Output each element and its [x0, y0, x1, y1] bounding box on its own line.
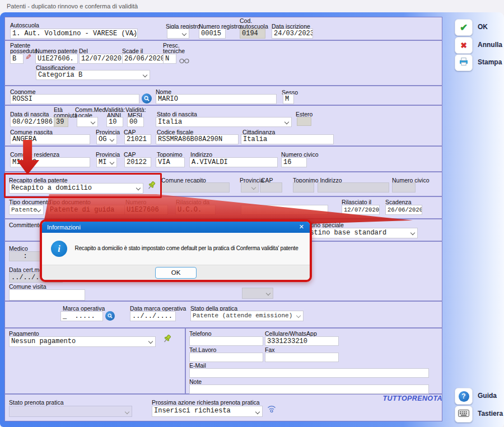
edit-pencil-icon[interactable]: ✎: [24, 54, 32, 60]
cognome-field[interactable]: ROSSI: [10, 94, 139, 104]
search-icon[interactable]: [105, 311, 115, 321]
estero-field: [297, 117, 311, 126]
chevron-down-icon: [251, 185, 256, 190]
window-titlebar: Patenti - duplicato rinnovo e conferma d…: [0, 0, 504, 12]
info-dialog: Informazioni ✕ i Recapito a domicilio è …: [40, 219, 312, 282]
telefono-label: Telefono: [189, 331, 212, 336]
divider: [4, 105, 442, 106]
stato-nascita-select[interactable]: Italia: [156, 117, 292, 127]
chevron-down-icon: [296, 313, 301, 318]
estero-label: Estero: [296, 111, 312, 117]
stampa-button[interactable]: Stampa: [455, 54, 504, 70]
del-field[interactable]: 12/07/2020: [79, 54, 124, 64]
chevron-down-icon: [143, 73, 147, 77]
validita-anni-field[interactable]: 10: [106, 117, 123, 127]
cap-residenza-field[interactable]: 20122: [124, 157, 151, 167]
telefono-field[interactable]: [189, 336, 263, 346]
chevron-down-icon: [110, 137, 114, 142]
provincia-residenza-label: Provincia: [96, 152, 120, 157]
data-marca-operativa-field[interactable]: ../../....: [130, 311, 176, 321]
window-title: Patenti - duplicato rinnovo e conferma d…: [7, 3, 138, 10]
asl-select: [242, 288, 273, 299]
antenna-icon[interactable]: [267, 405, 277, 416]
rilasciato-il-label: Rilasciato il: [342, 199, 371, 205]
tel-lavoro-label: Tel.Lavoro: [189, 347, 216, 353]
dialog-title: Informazioni: [47, 224, 81, 231]
autoscuola-select[interactable]: 1. Aut. Voldomino - VARESE (VA): [10, 29, 138, 39]
provincia-nascita-select[interactable]: OG: [96, 134, 117, 144]
printer-icon: [459, 57, 469, 68]
comm-med-select[interactable]: [77, 117, 98, 127]
cap-nascita-field[interactable]: 21021: [124, 134, 151, 144]
tel-lavoro-field[interactable]: [189, 353, 263, 362]
tastiera-button[interactable]: Tastiera: [455, 406, 504, 421]
divider: [185, 327, 186, 393]
search-icon[interactable]: [142, 93, 152, 104]
keyboard-icon: [458, 409, 469, 419]
rilasciato-il-field[interactable]: 12/07/2020: [342, 205, 380, 215]
toponimo-field[interactable]: VIA: [156, 157, 185, 167]
stato-nascita-label: Stato di nascita: [157, 111, 197, 117]
scade-il-field[interactable]: 26/06/2020: [122, 54, 167, 64]
dialog-titlebar[interactable]: Informazioni ✕: [42, 222, 310, 233]
presc-tecniche-label: tecniche: [163, 48, 185, 54]
numero-registro-field[interactable]: 00015: [199, 29, 226, 39]
patente-posseduta-field[interactable]: B: [10, 54, 24, 64]
indirizzo-label: Indirizzo: [190, 152, 212, 157]
dialog-ok-button[interactable]: OK: [155, 267, 197, 279]
toponimo-recapito-field: [293, 182, 314, 193]
chevron-down-icon: [266, 291, 270, 295]
cellulare-field[interactable]: 3331233210: [265, 336, 339, 346]
listino-speciale-select[interactable]: Listino base standard: [300, 228, 418, 238]
fax-field[interactable]: [265, 353, 339, 362]
patente-posseduta-label: posseduta: [10, 48, 37, 54]
chevron-down-icon: [284, 120, 289, 124]
data-iscrizione-field[interactable]: 24/03/2023: [272, 29, 313, 39]
divider: [4, 146, 442, 147]
numero-civico-field[interactable]: 16: [281, 157, 307, 167]
sesso-field[interactable]: M: [283, 94, 294, 104]
scadenza-documento-field[interactable]: 26/06/2020: [385, 205, 422, 215]
eta-field: 39: [54, 117, 68, 127]
marca-operativa-field[interactable]: _ .....: [60, 311, 103, 321]
tuttoprenota-logo: TUTTOPRENOTA: [330, 395, 442, 402]
classificazione-select[interactable]: Categoria B: [36, 70, 150, 80]
data-nascita-field[interactable]: 08/02/1986: [10, 117, 56, 127]
note-field[interactable]: [189, 384, 429, 394]
comune-visita-field[interactable]: [9, 289, 85, 301]
data-nascita-label: Data di nascita: [10, 111, 49, 117]
prossima-azione-select[interactable]: Inserisci richiesta: [152, 406, 263, 417]
stato-prenota-select: [9, 406, 132, 417]
chevron-down-icon: [148, 339, 153, 344]
codice-fiscale-field[interactable]: RSSMRA86B08A290N: [156, 134, 239, 144]
cod-autoscuola-field: 0194: [240, 29, 265, 39]
validita-mesi-field[interactable]: 00: [127, 117, 144, 127]
presc-tecniche-field[interactable]: N: [163, 54, 176, 64]
ok-button[interactable]: ✔ OK: [455, 19, 504, 35]
comune-nascita-field[interactable]: ANGERA: [10, 134, 90, 144]
divider: [4, 40, 442, 41]
tipo-documento-select[interactable]: Patente: [9, 205, 44, 215]
comune-visita-label: Comune visita: [9, 284, 46, 289]
divider: [4, 85, 442, 86]
scadenza-documento-label: Scadenza: [385, 199, 412, 205]
pin-icon[interactable]: [162, 334, 172, 346]
numero-patente-field[interactable]: U1E27606.: [35, 54, 78, 64]
toponimo-label: Toponimo: [157, 152, 183, 157]
sigla-registro-select[interactable]: [167, 29, 189, 39]
del-label: Del: [79, 48, 88, 54]
guida-button[interactable]: ? Guida: [455, 388, 504, 403]
stato-pratica-select[interactable]: Patente (attende emissione): [190, 311, 304, 321]
nome-field[interactable]: MARIO: [156, 94, 277, 104]
annulla-button[interactable]: ✖ Annulla: [455, 37, 504, 53]
close-icon[interactable]: ✕: [299, 223, 304, 231]
indirizzo-recapito-field: [318, 182, 389, 193]
app-window: Patenti - duplicato rinnovo e conferma d…: [0, 0, 504, 427]
cittadinanza-field[interactable]: Italia: [241, 134, 334, 144]
provincia-residenza-select[interactable]: MI: [96, 157, 117, 167]
indirizzo-field[interactable]: A.VIVALDI: [189, 157, 278, 167]
email-field[interactable]: [189, 368, 429, 378]
pagamento-select[interactable]: Nessun pagamento: [9, 336, 156, 347]
fax-label: Fax: [265, 347, 275, 353]
stato-prenota-label: Stato prenota pratica: [9, 400, 63, 405]
